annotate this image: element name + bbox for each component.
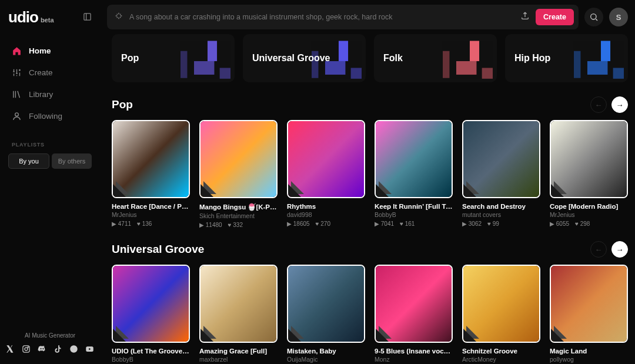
- search-button[interactable]: [584, 8, 603, 26]
- social-links: [6, 345, 94, 353]
- track-art: [550, 120, 628, 198]
- genre-card-hip-hop[interactable]: Hip Hop: [505, 34, 628, 82]
- track-art: [375, 265, 453, 343]
- nav-label: Following: [29, 112, 62, 121]
- track-art: [287, 265, 365, 343]
- svg-point-3: [25, 348, 28, 350]
- track-card[interactable]: Heart Race [Dance / Pop] MrJenius ▶ 4711…: [112, 120, 190, 228]
- genre-card-folk[interactable]: Folk: [374, 34, 497, 82]
- track-artist: david998: [287, 211, 365, 218]
- logo-row: udio beta: [6, 8, 94, 26]
- likes-stat: ♥ 332: [228, 222, 243, 228]
- track-card[interactable]: Rhythms david998 ▶ 18605 ♥ 270: [287, 120, 365, 228]
- segment-by-you[interactable]: By you: [8, 153, 49, 169]
- svg-rect-16: [470, 41, 479, 61]
- track-stats: ▶ 7041 ♥ 161: [375, 221, 453, 227]
- youtube-icon[interactable]: [85, 345, 94, 353]
- genre-card-universal-groove[interactable]: Universal Groove: [243, 34, 366, 82]
- sparkle-icon: [114, 11, 123, 23]
- track-title: Mistaken, Baby: [287, 348, 365, 355]
- sidebar: udio beta HomeCreateLibraryFollowing PLA…: [0, 0, 100, 364]
- track-card[interactable]: Magic Land pollywog: [550, 265, 628, 363]
- track-card[interactable]: Schnitzel Groove ArcticMoney: [462, 265, 540, 363]
- section-head: Universal Groove ← →: [112, 241, 635, 258]
- avatar[interactable]: S: [609, 8, 628, 26]
- track-card[interactable]: Mistaken, Baby OuijaMagic: [287, 265, 365, 363]
- plays-stat: ▶ 7041: [375, 221, 394, 227]
- track-stats: ▶ 11480 ♥ 332: [199, 222, 278, 228]
- likes-stat: ♥ 298: [575, 221, 590, 227]
- svg-point-7: [591, 14, 596, 19]
- reddit-icon[interactable]: [69, 345, 78, 353]
- twitter-icon[interactable]: [6, 345, 15, 353]
- create-button[interactable]: Create: [536, 9, 574, 25]
- plays-stat: ▶ 6055: [550, 221, 569, 227]
- track-card[interactable]: Search and Destroy mutant covers ▶ 3062 …: [462, 120, 540, 228]
- track-card[interactable]: Cope [Modern Radio] MrJenius ▶ 6055 ♥ 29…: [550, 120, 628, 228]
- nav-following[interactable]: Following: [6, 106, 94, 126]
- svg-rect-0: [84, 13, 91, 19]
- track-art: [112, 120, 190, 198]
- track-card[interactable]: 9-5 Blues (Insane vocals I'm... Monz: [375, 265, 453, 363]
- genre-card-pop[interactable]: Pop: [112, 34, 235, 82]
- track-title: UDIO (Let The Groove Be You...: [112, 348, 190, 355]
- upload-icon[interactable]: [520, 11, 530, 23]
- svg-rect-21: [587, 61, 607, 75]
- logo[interactable]: udio beta: [8, 8, 54, 26]
- plays-stat: ▶ 3062: [462, 221, 482, 227]
- track-title: Schnitzel Groove: [462, 348, 540, 355]
- main: Create S Pop Universal Groove Folk Hip H…: [100, 0, 635, 364]
- likes-stat: ♥ 161: [400, 221, 415, 227]
- nav-library[interactable]: Library: [6, 84, 94, 105]
- instagram-icon[interactable]: [22, 345, 31, 353]
- track-card[interactable]: Keep It Runnin' [Full Track] BobbyB ▶ 70…: [375, 120, 453, 228]
- svg-rect-19: [443, 51, 449, 78]
- genre-label: Universal Groove: [252, 52, 330, 64]
- discord-icon[interactable]: [38, 345, 46, 353]
- track-stats: ▶ 3062 ♥ 99: [462, 221, 540, 227]
- svg-rect-11: [181, 51, 187, 78]
- track-artist: ArcticMoney: [462, 356, 540, 363]
- nav-create[interactable]: Create: [6, 62, 94, 83]
- track-title: Cope [Modern Radio]: [550, 203, 628, 210]
- plays-stat: ▶ 18605: [287, 221, 310, 227]
- track-card[interactable]: UDIO (Let The Groove Be You... BobbyB: [112, 265, 190, 363]
- track-art: [199, 120, 278, 198]
- section-arrows: ← →: [590, 96, 628, 113]
- prev-button[interactable]: ←: [590, 96, 607, 113]
- svg-rect-14: [351, 68, 362, 78]
- track-title: Magic Land: [550, 348, 628, 355]
- prompt-input[interactable]: [129, 13, 514, 21]
- collapse-sidebar-icon[interactable]: [83, 12, 92, 23]
- section-title: Universal Groove: [112, 243, 204, 256]
- track-art: [375, 120, 453, 198]
- next-button[interactable]: →: [611, 241, 628, 258]
- tiktok-icon[interactable]: [54, 345, 62, 353]
- nav-home[interactable]: Home: [6, 41, 94, 61]
- nav-label: Home: [29, 46, 51, 55]
- track-card[interactable]: Mango Bingsu 🍧[K-Pop] Skich Entertainmen…: [199, 120, 278, 228]
- track-card[interactable]: Amazing Grace [Full] maxbarzel: [199, 265, 278, 363]
- section-pop: Pop ← → Heart Race [Dance / Pop] MrJeniu…: [112, 96, 635, 228]
- track-art: [112, 265, 190, 343]
- track-title: Rhythms: [287, 203, 365, 210]
- section-universal-groove: Universal Groove ← → UDIO (Let The Groov…: [112, 241, 635, 363]
- logo-tag: beta: [41, 16, 54, 24]
- svg-rect-22: [613, 68, 624, 78]
- plays-stat: ▶ 11480: [199, 222, 222, 228]
- prompt-bar: Create: [107, 5, 579, 29]
- svg-rect-18: [482, 68, 493, 78]
- genre-label: Hip Hop: [514, 52, 550, 64]
- track-art: [462, 120, 540, 198]
- footer-caption: AI Music Generator: [6, 332, 94, 339]
- segment-by-others[interactable]: By others: [52, 153, 92, 169]
- track-artist: Skich Entertainment: [199, 212, 278, 219]
- prev-button[interactable]: ←: [590, 241, 607, 258]
- section-head: Pop ← →: [112, 96, 635, 113]
- svg-rect-10: [220, 68, 230, 78]
- track-title: 9-5 Blues (Insane vocals I'm...: [375, 348, 453, 355]
- next-button[interactable]: →: [611, 96, 628, 113]
- nav-label: Create: [29, 68, 53, 77]
- track-art: [462, 265, 540, 343]
- sidebar-footer: AI Music Generator: [6, 332, 94, 356]
